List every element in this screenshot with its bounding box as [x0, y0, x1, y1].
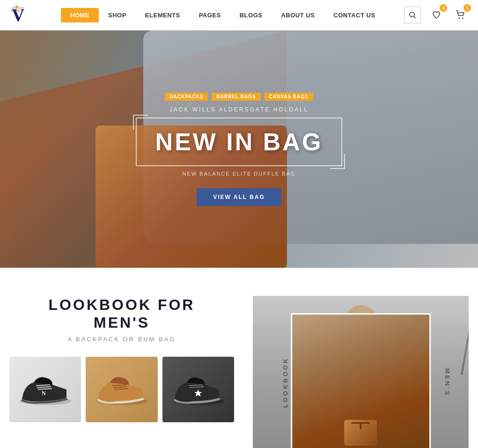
- nav-elements[interactable]: ELEMENTS: [136, 8, 190, 22]
- search-button[interactable]: [404, 7, 421, 23]
- hero-title: NEW IN BAG: [155, 128, 323, 156]
- logo-icon: V DISCOVER BEHIND: [9, 3, 33, 27]
- lookbook-label-left: LOOKBOOK: [282, 357, 289, 408]
- shoe-grid: N: [9, 357, 234, 422]
- hero-subtitle: JACK WILLS ALDERSGATE HOLDALL: [136, 106, 343, 113]
- lookbook-subtitle: A BACKPACK OR BUM BAG: [9, 336, 234, 343]
- shoe-black-icon: N: [17, 371, 74, 408]
- lookbook-image[interactable]: LOOKBOOK MEN'S: [253, 296, 469, 448]
- shoe-dark-icon: [170, 371, 226, 408]
- lookbook-title: LOOKBOOK FOR MEN'S: [9, 296, 234, 332]
- svg-point-6: [459, 18, 460, 19]
- hero-content: BACKPACKS BARREL BAGS CANVAS BAGS JACK W…: [136, 93, 343, 206]
- nav-blogs[interactable]: BLOGS: [230, 8, 272, 22]
- svg-point-7: [462, 18, 463, 19]
- cart-button[interactable]: 0: [452, 7, 469, 23]
- hero-tag-canvas[interactable]: CANVAS BAGS: [265, 93, 313, 101]
- hero-frame: NEW IN BAG: [136, 118, 343, 166]
- svg-text:BEHIND: BEHIND: [12, 9, 21, 12]
- hero-tag-backpacks[interactable]: BACKPACKS: [165, 93, 208, 101]
- heart-icon: [432, 10, 441, 20]
- nav-home[interactable]: HOME: [61, 8, 99, 22]
- header: V DISCOVER BEHIND HOME SHOP ELEMENTS PAG…: [0, 0, 478, 30]
- cart-badge: 0: [463, 4, 471, 12]
- main-nav: HOME SHOP ELEMENTS PAGES BLOGS ABOUT US …: [61, 8, 404, 22]
- logo[interactable]: V DISCOVER BEHIND: [9, 3, 47, 27]
- hero-tag-barrel[interactable]: BARREL BAGS: [212, 93, 260, 101]
- shoe-tan-icon: [94, 371, 150, 408]
- hero-section: BACKPACKS BARREL BAGS CANVAS BAGS JACK W…: [0, 30, 478, 268]
- lookbook-label-right: MEN'S: [444, 368, 451, 397]
- lookbook-inner-frame: [291, 313, 431, 448]
- shoe-card-1[interactable]: N: [9, 357, 81, 422]
- svg-text:N: N: [42, 390, 46, 397]
- wishlist-button[interactable]: 0: [428, 7, 445, 23]
- svg-point-4: [410, 12, 414, 17]
- search-icon: [409, 11, 416, 19]
- header-icons: 0 0: [404, 7, 469, 23]
- shoe-card-2[interactable]: [86, 357, 157, 422]
- main-section: LOOKBOOK FOR MEN'S A BACKPACK OR BUM BAG…: [0, 268, 478, 448]
- wishlist-badge: 0: [440, 4, 447, 12]
- lookbook-right: LOOKBOOK MEN'S: [253, 296, 469, 448]
- nav-contact[interactable]: CONTACT US: [324, 8, 384, 22]
- hero-description: NEW BALANCE ELITE DUFFLE BAG: [136, 171, 343, 176]
- nav-pages[interactable]: PAGES: [190, 8, 230, 22]
- svg-line-5: [414, 16, 416, 18]
- nav-about[interactable]: ABOUT US: [272, 8, 324, 22]
- view-all-bag-button[interactable]: VIEW ALL BAG: [197, 188, 281, 206]
- hero-tags: BACKPACKS BARREL BAGS CANVAS BAGS: [136, 93, 343, 101]
- lookbook-left: LOOKBOOK FOR MEN'S A BACKPACK OR BUM BAG…: [9, 296, 234, 448]
- nav-shop[interactable]: SHOP: [99, 8, 136, 22]
- shoe-card-3[interactable]: [162, 357, 234, 422]
- cart-icon: [456, 10, 465, 20]
